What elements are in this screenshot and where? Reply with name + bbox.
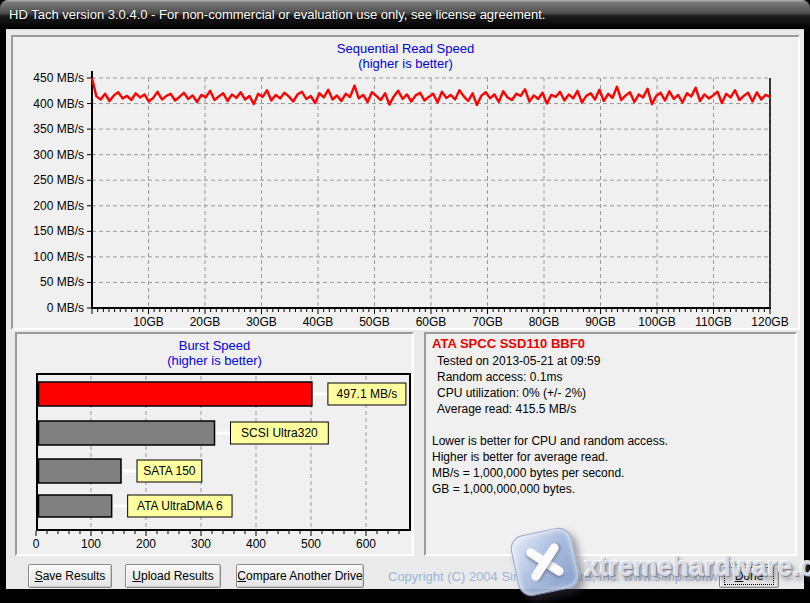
upload-results-button[interactable]: Upload Results [125,564,221,588]
svg-text:0 MB/s: 0 MB/s [47,301,84,315]
note-mbs-definition: MB/s = 1,000,000 bytes per second. [432,466,624,480]
svg-text:200 MB/s: 200 MB/s [33,199,84,213]
bar-2 [39,459,122,483]
svg-text:50 MB/s: 50 MB/s [40,275,84,289]
info-average-read: Average read: 415.5 MB/s [432,402,576,416]
note-gb-definition: GB = 1,000,000,000 bytes. [432,482,575,496]
bar-0 [39,382,312,406]
svg-text:40GB: 40GB [303,315,334,328]
burst-speed-panel: Burst Speed (higher is better) 010020030… [15,332,414,556]
svg-text:70GB: 70GB [472,315,503,328]
svg-text:450 MB/s: 450 MB/s [33,71,84,85]
svg-text:400: 400 [246,537,266,551]
title-bar[interactable]: HD Tach version 3.0.4.0 - For non-commer… [0,0,810,29]
svg-text:10GB: 10GB [133,315,164,328]
svg-text:100GB: 100GB [638,315,675,328]
drive-info-panel: ATA SPCC SSD110 BBF0 Tested on 2013-05-2… [424,332,797,556]
burst-speed-chart: 0100200300400500600497.1 MB/sSCSI Ultra3… [17,334,412,554]
client-area: Sequential Read Speed (higher is better)… [6,29,804,589]
svg-text:0: 0 [33,537,40,551]
svg-text:500: 500 [301,537,321,551]
save-results-button[interactable]: Save Results [28,564,112,588]
sequential-read-panel: Sequential Read Speed (higher is better)… [11,35,800,330]
bar-3 [39,495,112,517]
note-lower-better: Lower is better for CPU and random acces… [432,434,668,448]
hdtach-window: HD Tach version 3.0.4.0 - For non-commer… [0,0,810,603]
svg-text:400 MB/s: 400 MB/s [33,97,84,111]
bar-1 [39,421,215,445]
info-tested-on: Tested on 2013-05-21 at 09:59 [432,354,600,368]
svg-text:30GB: 30GB [246,315,277,328]
svg-text:50GB: 50GB [359,315,390,328]
svg-text:200: 200 [136,537,156,551]
sequential-read-chart: 0 MB/s50 MB/s100 MB/s150 MB/s200 MB/s250… [13,37,798,328]
svg-text:600: 600 [356,537,376,551]
svg-text:60GB: 60GB [416,315,447,328]
svg-text:80GB: 80GB [529,315,560,328]
svg-text:20GB: 20GB [190,315,221,328]
svg-text:110GB: 110GB [695,315,731,328]
info-random-access: Random access: 0.1ms [432,370,562,384]
svg-text:300 MB/s: 300 MB/s [33,148,84,162]
bar-label: SATA 150 [143,464,196,478]
svg-text:90GB: 90GB [585,315,616,328]
bar-label: ATA UltraDMA 6 [137,499,223,513]
svg-text:150 MB/s: 150 MB/s [33,224,84,238]
bar-label: SCSI Ultra320 [241,426,318,440]
bar-label: 497.1 MB/s [337,387,398,401]
compare-another-drive-button[interactable]: Compare Another Drive [236,564,364,588]
note-higher-better: Higher is better for average read. [432,450,608,464]
done-button[interactable]: Done [719,564,779,588]
svg-text:250 MB/s: 250 MB/s [33,173,84,187]
svg-text:300: 300 [191,537,211,551]
copyright-text: Copyright (C) 2004 Simpli Software, Inc.… [388,569,765,584]
window-title: HD Tach version 3.0.4.0 - For non-commer… [0,0,810,29]
svg-text:350 MB/s: 350 MB/s [33,122,84,136]
svg-text:120GB: 120GB [751,315,788,328]
svg-text:100 MB/s: 100 MB/s [33,250,84,264]
svg-text:100: 100 [81,537,101,551]
drive-name: ATA SPCC SSD110 BBF0 [432,336,585,351]
info-cpu-utilization: CPU utilization: 0% (+/- 2%) [432,386,586,400]
